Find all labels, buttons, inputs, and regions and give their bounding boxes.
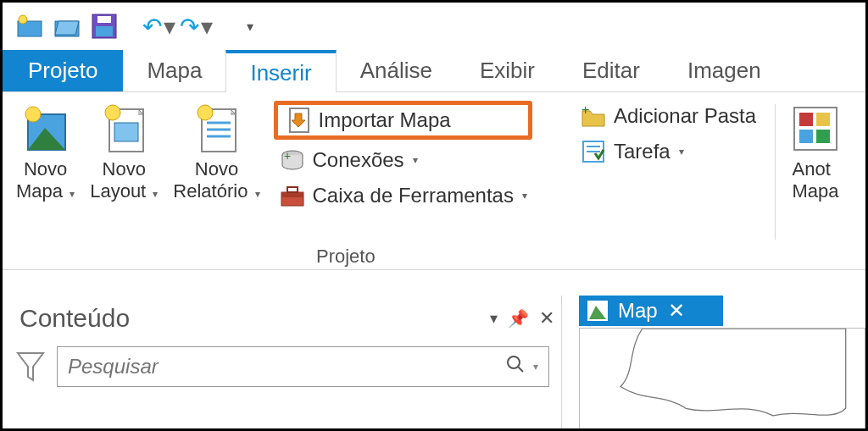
contents-pane-title: Conteúdo [19, 304, 130, 333]
undo-button[interactable]: ↶▾ [143, 11, 174, 41]
svg-rect-31 [799, 130, 813, 143]
novo-layout-button[interactable]: Novo Layout ▾ [85, 99, 163, 203]
search-icon[interactable] [506, 355, 525, 379]
map-pane: Map ✕ [562, 296, 865, 431]
map-icon [587, 301, 608, 321]
svg-point-12 [105, 105, 120, 120]
map-tab-close-button[interactable]: ✕ [668, 299, 685, 323]
task-icon [580, 138, 607, 165]
anotacao-label-2: Mapa [793, 180, 839, 202]
caixa-ferramentas-label: Caixa de Ferramentas [313, 184, 514, 207]
search-input[interactable] [68, 355, 501, 379]
pane-menu-button[interactable]: ▾ [490, 309, 498, 328]
svg-text:+: + [284, 149, 291, 163]
ribbon-group-label: Projeto [316, 246, 376, 268]
importar-mapa-label: Importar Mapa [319, 108, 451, 132]
svg-point-17 [198, 105, 213, 120]
svg-rect-6 [96, 26, 113, 36]
svg-rect-5 [97, 16, 111, 23]
tarefa-button[interactable]: Tarefa ▾ [575, 136, 761, 167]
svg-point-9 [25, 107, 41, 122]
redo-button[interactable]: ↷▾ [181, 11, 211, 41]
anotacao-mapa-button[interactable]: Anot Mapa [789, 99, 842, 203]
ribbon-tabstrip: Projeto Mapa Inserir Análise Exibir Edit… [3, 50, 865, 92]
import-map-icon [285, 107, 312, 134]
dropdown-caret-icon: ▾ [679, 146, 684, 157]
svg-point-33 [508, 356, 520, 368]
novo-relatorio-label: Novo Relatório [173, 158, 248, 202]
conexoes-button[interactable]: + Conexões ▾ [274, 145, 532, 175]
svg-text:+: + [581, 102, 589, 117]
search-box[interactable]: ▾ [57, 346, 549, 387]
search-dropdown-button[interactable]: ▾ [533, 361, 538, 373]
dropdown-caret-icon: ▾ [70, 188, 75, 200]
contents-pane: Conteúdo ▾ 📌 ✕ ▾ [3, 296, 562, 431]
svg-line-34 [518, 367, 523, 372]
dropdown-caret-icon: ▾ [153, 188, 158, 200]
toolbox-icon [279, 182, 306, 209]
quick-access-toolbar: ↶▾ ↷▾ ▾ [3, 3, 865, 50]
add-folder-icon: + [580, 102, 607, 130]
ribbon-separator [775, 104, 776, 240]
tab-imagens[interactable]: Imagen [664, 50, 785, 91]
tab-mapa[interactable]: Mapa [123, 50, 225, 91]
anotacao-label-1: Anot [793, 158, 831, 180]
filter-icon[interactable] [16, 350, 45, 384]
tarefa-label: Tarefa [614, 140, 670, 163]
svg-rect-23 [287, 187, 298, 192]
svg-marker-3 [55, 21, 79, 35]
pane-pin-button[interactable]: 📌 [508, 308, 529, 329]
svg-point-1 [19, 15, 27, 24]
novo-mapa-button[interactable]: Novo Mapa ▾ [11, 99, 80, 203]
svg-rect-29 [799, 113, 813, 126]
dropdown-caret-icon: ▾ [413, 154, 418, 166]
tab-projeto[interactable]: Projeto [3, 50, 123, 91]
novo-layout-label: Novo Layout [90, 158, 146, 202]
adicionar-pasta-label: Adicionar Pasta [614, 104, 756, 128]
map-view[interactable] [579, 328, 865, 431]
tab-exibir[interactable]: Exibir [456, 50, 559, 91]
tab-inserir[interactable]: Inserir [225, 50, 336, 92]
novo-mapa-label: Novo Mapa [16, 158, 67, 202]
svg-rect-32 [816, 130, 830, 143]
ribbon-panel: Novo Mapa ▾ Novo Layout ▾ Novo Relatório… [3, 92, 865, 270]
pane-close-button[interactable]: ✕ [539, 307, 554, 329]
importar-mapa-button[interactable]: Importar Mapa [274, 101, 532, 140]
conexoes-label: Conexões [313, 148, 404, 172]
svg-rect-30 [816, 113, 830, 126]
save-icon[interactable] [89, 11, 120, 41]
caixa-ferramentas-button[interactable]: Caixa de Ferramentas ▾ [274, 180, 532, 211]
tab-editar[interactable]: Editar [559, 50, 664, 91]
dropdown-caret-icon: ▾ [522, 190, 527, 202]
novo-relatorio-button[interactable]: Novo Relatório ▾ [168, 99, 264, 203]
svg-rect-11 [114, 123, 138, 141]
map-tab[interactable]: Map ✕ [579, 296, 723, 326]
dropdown-caret-icon: ▾ [255, 188, 260, 200]
adicionar-pasta-button[interactable]: + Adicionar Pasta [575, 101, 761, 131]
open-project-icon[interactable] [52, 11, 82, 41]
lower-panes: Conteúdo ▾ 📌 ✕ ▾ Map [3, 270, 865, 431]
map-tab-label: Map [618, 299, 658, 323]
new-project-icon[interactable] [14, 11, 45, 41]
customize-qat-button[interactable]: ▾ [235, 11, 265, 41]
connections-icon: + [279, 146, 306, 174]
tab-analise[interactable]: Análise [337, 50, 456, 91]
